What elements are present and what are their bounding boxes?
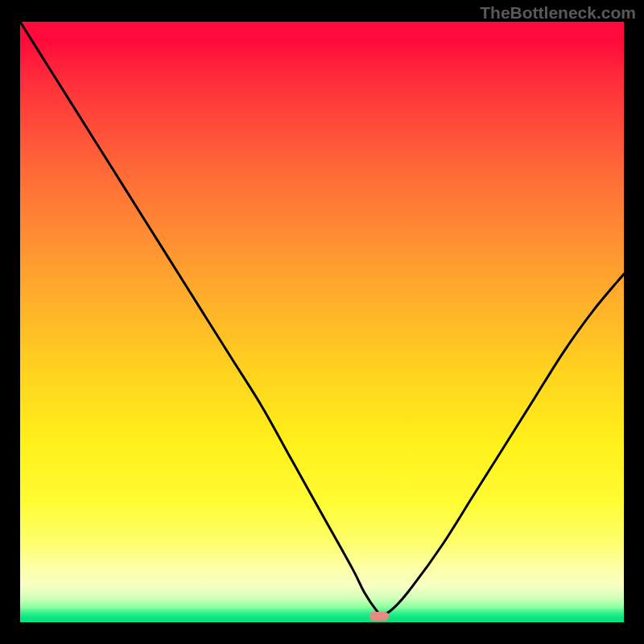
chart-container: TheBottleneck.com bbox=[0, 0, 644, 644]
optimal-marker bbox=[369, 612, 389, 621]
plot-area bbox=[20, 22, 624, 622]
bottleneck-curve bbox=[20, 22, 624, 622]
curve-path bbox=[20, 22, 624, 615]
attribution-text: TheBottleneck.com bbox=[480, 3, 636, 23]
